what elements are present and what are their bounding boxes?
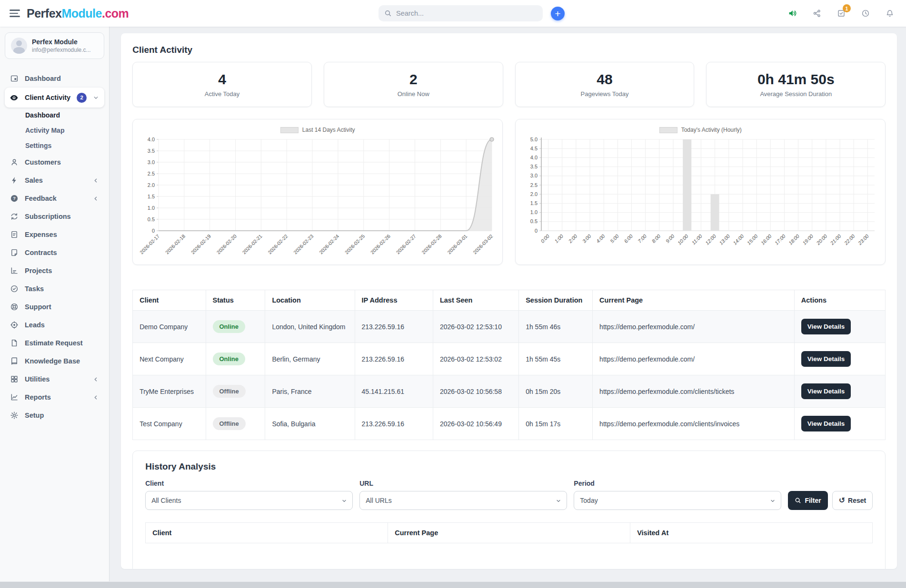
share-icon[interactable] xyxy=(811,8,823,19)
navbar-action-icons: 1 xyxy=(787,0,896,27)
sidebar-item-estimate-request[interactable]: Estimate Request xyxy=(5,334,104,352)
dashboard-icon xyxy=(10,74,19,83)
clients-column-last-seen: Last Seen xyxy=(433,290,518,311)
sidebar-item-dashboard[interactable]: Dashboard xyxy=(5,69,104,88)
sidebar-menu: DashboardClient Activity2DashboardActivi… xyxy=(5,69,104,424)
svg-text:2026-03-01: 2026-03-01 xyxy=(446,233,468,255)
sidebar-subitem-activity-map[interactable]: Activity Map xyxy=(5,123,104,138)
stat-label: Pageviews Today xyxy=(581,90,629,98)
sidebar-item-client-activity[interactable]: Client Activity2 xyxy=(5,88,104,108)
sidebar-item-sales[interactable]: Sales xyxy=(5,171,104,189)
volume-icon[interactable] xyxy=(787,8,798,19)
view-details-button[interactable]: View Details xyxy=(801,416,851,431)
svg-text:2.0: 2.0 xyxy=(530,191,538,197)
last-14-days-chart: 00.51.01.52.02.53.03.54.02026-02-172026-… xyxy=(137,135,498,262)
bottom-strip xyxy=(0,582,906,588)
ip-address-cell: 45.141.215.61 xyxy=(355,375,433,408)
legend-label: Today's Activity (Hourly) xyxy=(681,127,742,133)
last-14-days-chart-legend: Last 14 Days Activity xyxy=(137,125,498,135)
sidebar-item-setup[interactable]: Setup xyxy=(5,406,104,424)
sidebar-item-utilities[interactable]: Utilities xyxy=(5,370,104,388)
history-column-current-page: Current Page xyxy=(388,523,630,543)
view-details-button[interactable]: View Details xyxy=(801,383,851,399)
view-details-button[interactable]: View Details xyxy=(801,319,851,334)
sidebar-item-projects[interactable]: Projects xyxy=(5,262,104,280)
last-14-days-chart-card: Last 14 Days Activity 00.51.01.52.02.53.… xyxy=(132,119,503,265)
location-cell: Paris, France xyxy=(265,375,355,408)
actions-cell: View Details xyxy=(794,311,885,343)
svg-text:1:00: 1:00 xyxy=(553,233,564,244)
svg-text:2026-02-28: 2026-02-28 xyxy=(420,233,443,255)
task-check-icon[interactable]: 1 xyxy=(836,8,847,19)
chart-bar-icon xyxy=(10,266,19,275)
sidebar-item-tasks[interactable]: Tasks xyxy=(5,280,104,298)
period-filter-select[interactable]: Today xyxy=(574,491,781,510)
repeat-icon xyxy=(10,212,19,221)
last-seen-cell: 2026-03-02 10:56:58 xyxy=(433,375,518,408)
sidebar-item-label: Sales xyxy=(25,176,87,184)
history-filters-row: Client All Clients URL All URLs xyxy=(145,480,873,510)
sidebar-item-label: Client Activity xyxy=(25,94,70,101)
sidebar-item-leads[interactable]: Leads xyxy=(5,316,104,334)
stat-card-pageviews-today: 48Pageviews Today xyxy=(515,62,695,107)
add-button[interactable]: + xyxy=(551,7,565,20)
period-filter-value: Today xyxy=(580,497,597,504)
svg-text:2026-02-24: 2026-02-24 xyxy=(318,233,340,255)
app-logo[interactable]: PerfexModule.com xyxy=(27,7,129,20)
url-filter-value: All URLs xyxy=(366,497,391,504)
sidebar-item-expenses[interactable]: Expenses xyxy=(5,225,104,244)
view-details-button[interactable]: View Details xyxy=(801,351,851,367)
svg-text:23:00: 23:00 xyxy=(856,233,870,246)
location-cell: Sofia, Bulgaria xyxy=(265,408,355,440)
life-ring-icon xyxy=(10,303,19,312)
client-filter-select[interactable]: All Clients xyxy=(145,491,353,510)
client-filter-value: All Clients xyxy=(151,497,181,504)
stat-label: Online Now xyxy=(398,90,429,98)
status-pill-online: Online xyxy=(213,353,245,365)
search-box[interactable] xyxy=(378,5,543,21)
undo-icon: ↺ xyxy=(839,497,845,504)
clock-icon[interactable] xyxy=(860,8,871,19)
main-card: Client Activity 4Active Today2Online Now… xyxy=(121,33,897,569)
stat-card-active-today: 4Active Today xyxy=(132,62,312,107)
search-input[interactable] xyxy=(396,10,529,17)
sidebar-item-feedback[interactable]: ?Feedback xyxy=(5,189,104,207)
history-analysis-title: History Analysis xyxy=(145,461,873,472)
url-filter-group: URL All URLs xyxy=(359,480,567,510)
sidebar-item-label: Setup xyxy=(25,412,100,419)
svg-text:2026-02-19: 2026-02-19 xyxy=(190,233,212,255)
hourly-activity-chart: 00.51.01.52.02.53.03.54.04.55.00:001:002… xyxy=(519,135,881,262)
sidebar-item-subscriptions[interactable]: Subscriptions xyxy=(5,207,104,225)
session-duration-cell: 1h 55m 46s xyxy=(519,311,593,343)
reset-button[interactable]: ↺ Reset xyxy=(832,491,873,510)
sidebar-item-contracts[interactable]: Contracts xyxy=(5,244,104,262)
sidebar-item-knowledge-base[interactable]: Knowledge Base xyxy=(5,352,104,370)
svg-text:2026-02-17: 2026-02-17 xyxy=(139,233,161,255)
svg-text:9:00: 9:00 xyxy=(665,233,676,244)
filter-button[interactable]: Filter xyxy=(788,491,827,510)
clients-column-session-duration: Session Duration xyxy=(519,290,593,311)
file-text-icon xyxy=(10,230,19,239)
svg-text:?: ? xyxy=(13,196,16,201)
bell-icon[interactable] xyxy=(884,8,896,19)
stat-value: 0h 41m 50s xyxy=(757,71,835,88)
clients-table: ClientStatusLocationIP AddressLast SeenS… xyxy=(132,290,886,440)
status-badge: Offline xyxy=(206,408,265,440)
url-filter-select[interactable]: All URLs xyxy=(359,491,567,510)
last-seen-cell: 2026-03-02 12:53:02 xyxy=(433,343,518,375)
chevron-down-icon xyxy=(93,95,100,101)
sidebar-subitem-settings[interactable]: Settings xyxy=(5,138,104,153)
question-icon: ? xyxy=(10,194,19,203)
sidebar-item-customers[interactable]: Customers xyxy=(5,153,104,171)
sidebar-item-reports[interactable]: Reports xyxy=(5,388,104,406)
sidebar-item-support[interactable]: Support xyxy=(5,298,104,316)
location-cell: London, United Kingdom xyxy=(265,311,355,343)
hamburger-menu-icon[interactable] xyxy=(10,8,20,19)
bolt-icon xyxy=(10,176,19,185)
stat-value: 48 xyxy=(597,71,612,88)
user-profile-card[interactable]: Perfex Module info@perfexmodule.c... xyxy=(5,32,104,59)
sidebar-subitem-dashboard[interactable]: Dashboard xyxy=(5,108,104,123)
svg-text:0: 0 xyxy=(535,228,538,234)
sidebar-item-label: Tasks xyxy=(25,285,100,293)
svg-text:13:00: 13:00 xyxy=(718,233,731,246)
